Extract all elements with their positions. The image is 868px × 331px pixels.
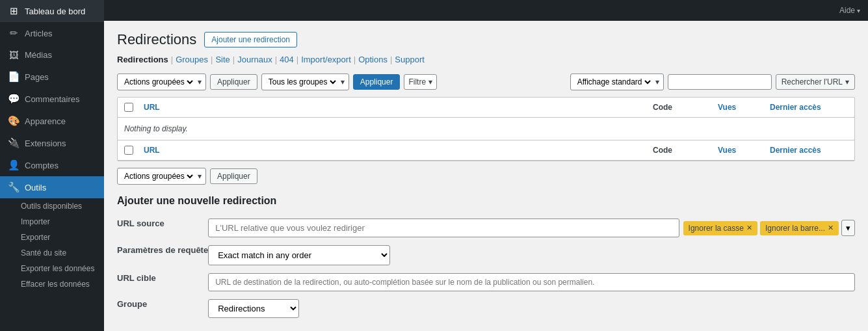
col-dernier-acces-bottom[interactable]: Dernier accès (770, 146, 848, 155)
filter-dropdown[interactable]: Filtre ▾ (404, 74, 437, 90)
sidebar-subitem-label: Outils disponibles (21, 202, 82, 211)
sidebar-subitem-sante[interactable]: Santé du site (0, 245, 104, 261)
col-url-bottom[interactable]: URL (144, 146, 653, 155)
params-select[interactable]: Exact match in any order (208, 245, 390, 265)
chevron-down-icon: ▾ (198, 77, 202, 86)
apply-button-bottom[interactable]: Appliquer (210, 168, 257, 184)
sidebar-item-extensions[interactable]: 🔌 Extensions (0, 132, 104, 154)
sidebar-item-commentaires[interactable]: 💬 Commentaires (0, 88, 104, 110)
group-select[interactable]: Redirections (208, 299, 299, 318)
chevron-down-icon: ▾ (428, 77, 432, 86)
search-url-label: Rechercher l'URL (782, 77, 843, 86)
filter-bar-top: Actions groupées ▾ Appliquer Tous les gr… (117, 73, 855, 90)
pages-icon: 📄 (8, 71, 20, 83)
sidebar-item-comptes[interactable]: 👤 Comptes (0, 154, 104, 176)
sidebar-subitem-label: Effacer les données (21, 280, 90, 289)
table-header-bottom: URL Code Vues Dernier accès (118, 140, 854, 161)
sidebar-item-label: Pages (25, 72, 49, 82)
sidebar-item-medias[interactable]: 🖼 Médias (0, 44, 104, 66)
sidebar-item-articles[interactable]: ✏ Articles (0, 22, 104, 44)
sidebar-item-label: Outils (25, 183, 46, 192)
add-redirect-section: Ajouter une nouvelle redirection URL sou… (117, 195, 855, 322)
url-target-input[interactable] (208, 273, 855, 291)
sidebar-item-label: Articles (25, 29, 53, 38)
add-redirect-title: Ajouter une nouvelle redirection (117, 195, 855, 207)
url-source-label: URL source (117, 215, 208, 241)
nav-link-options[interactable]: Options (358, 55, 388, 64)
outils-icon: 🔧 (8, 181, 20, 193)
add-redirect-button[interactable]: Ajouter une redirection (204, 32, 297, 47)
nav-link-support[interactable]: Support (395, 55, 425, 64)
nav-link-redirections[interactable]: Redirections (117, 55, 168, 64)
sidebar-item-label: Tableau de bord (25, 7, 85, 16)
sidebar-item-apparence[interactable]: 🎨 Apparence (0, 110, 104, 132)
params-row: Paramètres de requête Exact match in any… (117, 241, 855, 269)
ignore-case-tag[interactable]: Ignorer la casse ✕ (683, 221, 757, 235)
ignore-slash-label: Ignorer la barre... (765, 224, 825, 233)
col-url[interactable]: URL (144, 103, 653, 112)
actions-groupees-bottom-dropdown[interactable]: Actions groupées ▾ (117, 168, 206, 185)
actions-select[interactable]: Actions groupées (122, 77, 195, 87)
url-source-field: Ignorer la casse ✕ Ignorer la barre... ✕… (208, 215, 855, 241)
select-all-checkbox-top[interactable] (124, 103, 133, 112)
sidebar-subitem-label: Importer (21, 217, 50, 226)
sidebar-item-outils[interactable]: 🔧 Outils (0, 176, 104, 198)
groups-select[interactable]: Tous les groupes (266, 77, 338, 87)
commentaires-icon: 💬 (8, 93, 20, 105)
nav-link-site[interactable]: Site (215, 55, 230, 64)
sidebar-item-label: Médias (25, 50, 52, 60)
actions-bottom-select[interactable]: Actions groupées (122, 171, 195, 181)
ignore-slash-close-icon[interactable]: ✕ (828, 224, 834, 232)
search-url-button[interactable]: Rechercher l'URL ▾ (776, 74, 855, 90)
help-label: Aide (839, 6, 855, 15)
groups-dropdown[interactable]: Tous les groupes ▾ (261, 73, 349, 90)
sidebar-subitem-exporter[interactable]: Exporter (0, 230, 104, 245)
extensions-icon: 🔌 (8, 137, 20, 149)
url-target-field (208, 269, 855, 295)
col-vues-bottom[interactable]: Vues (718, 146, 770, 155)
sidebar-item-pages[interactable]: 📄 Pages (0, 66, 104, 88)
nav-link-groupes[interactable]: Groupes (176, 55, 208, 64)
chevron-down-icon: ▾ (655, 77, 659, 86)
main-content: Aide Redirections Ajouter une redirectio… (104, 0, 868, 331)
medias-icon: 🖼 (8, 49, 20, 60)
ignore-slash-tag[interactable]: Ignorer la barre... ✕ (760, 221, 839, 235)
table-header-top: URL Code Vues Dernier accès (118, 98, 854, 118)
sidebar-subitem-label: Exporter les données (21, 264, 94, 273)
url-target-label: URL cible (117, 269, 208, 295)
sidebar-item-label: Apparence (25, 116, 66, 126)
group-field: Redirections (208, 295, 855, 322)
filter-right: Affichage standard ▾ Rechercher l'URL ▾ (570, 73, 855, 90)
chevron-down-icon: ▾ (846, 223, 850, 233)
sidebar-subitem-effacer-donnees[interactable]: Effacer les données (0, 276, 104, 292)
apply-group-button[interactable]: Appliquer (353, 74, 401, 90)
comptes-icon: 👤 (8, 159, 20, 171)
sidebar-subitem-outils-dispo[interactable]: Outils disponibles (0, 198, 104, 214)
chevron-down-icon: ▾ (198, 172, 202, 181)
apply-button-top[interactable]: Appliquer (210, 74, 257, 90)
col-dernier-acces[interactable]: Dernier accès (770, 103, 848, 112)
page-content: Redirections Ajouter une redirection Red… (104, 21, 868, 331)
nav-link-import-export[interactable]: Import/export (301, 55, 351, 64)
display-dropdown[interactable]: Affichage standard ▾ (570, 73, 664, 90)
chevron-down-icon: ▾ (341, 77, 345, 86)
dashboard-icon: ⊞ (8, 5, 20, 17)
filter-label: Filtre (408, 77, 426, 86)
display-select[interactable]: Affichage standard (575, 77, 653, 87)
tag-dropdown-button[interactable]: ▾ (841, 220, 855, 236)
nav-link-journaux[interactable]: Journaux (237, 55, 272, 64)
url-source-input[interactable] (208, 218, 679, 237)
nav-link-404[interactable]: 404 (280, 55, 294, 64)
sidebar-subitem-importer[interactable]: Importer (0, 214, 104, 230)
select-all-checkbox-bottom[interactable] (124, 146, 133, 155)
col-vues[interactable]: Vues (718, 103, 770, 112)
actions-groupees-dropdown[interactable]: Actions groupées ▾ (117, 73, 206, 90)
ignore-case-close-icon[interactable]: ✕ (746, 224, 752, 232)
search-url-input[interactable] (668, 74, 772, 90)
col-code: Code (653, 103, 718, 112)
group-row: Groupe Redirections (117, 295, 855, 322)
sidebar-subitem-exporter-donnees[interactable]: Exporter les données (0, 261, 104, 276)
admin-topbar: Aide (104, 0, 868, 21)
sidebar-item-dashboard[interactable]: ⊞ Tableau de bord (0, 0, 104, 22)
help-button[interactable]: Aide (839, 6, 860, 15)
